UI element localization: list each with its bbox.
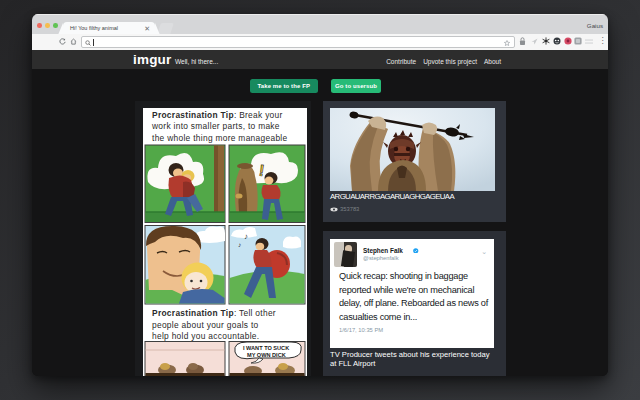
svg-text:people about your goals to: people about your goals to (152, 320, 259, 330)
svg-text:Procrastination Tip: Break you: Procrastination Tip: Break your (152, 110, 283, 120)
svg-text:help hold you accountable.: help hold you accountable. (152, 331, 259, 341)
svg-text:I WANT TO SUCK: I WANT TO SUCK (243, 345, 289, 351)
svg-text:MY OWN DICK: MY OWN DICK (247, 352, 286, 358)
svg-text:♪: ♪ (244, 232, 248, 241)
svg-text:Procrastination Tip: Tell othe: Procrastination Tip: Tell other (152, 308, 276, 318)
svg-text:the whole thing more manageabl: the whole thing more manageable (152, 133, 288, 143)
svg-text:♪: ♪ (238, 241, 241, 248)
svg-text:work into smaller parts, to ma: work into smaller parts, to make (151, 121, 280, 131)
